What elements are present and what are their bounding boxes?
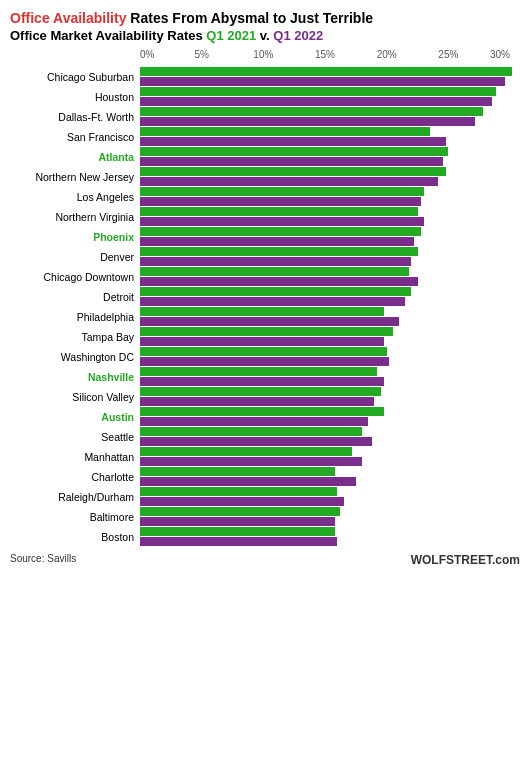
bar-q1-2021 [140, 327, 393, 336]
bar-q1-2021 [140, 167, 446, 176]
bar-q1-2021 [140, 367, 377, 376]
title-red: Office Availability [10, 10, 126, 26]
bar-label: Washington DC [10, 351, 140, 363]
title2-plain: Office Market Availability Rates [10, 28, 206, 43]
title2-q1-2022: Q1 2022 [273, 28, 323, 43]
bar-q1-2022 [140, 97, 492, 106]
bar-q1-2021 [140, 527, 335, 536]
chart-row: Atlanta [10, 147, 520, 166]
bar-pair [140, 167, 520, 186]
brand-label: WOLFSTREET.com [411, 553, 520, 567]
title2-v: v. [256, 28, 273, 43]
x-tick: 10% [253, 49, 273, 60]
bar-q1-2022 [140, 117, 475, 126]
bar-label: Houston [10, 91, 140, 103]
bar-q1-2021 [140, 467, 335, 476]
bar-q1-2022 [140, 457, 362, 466]
bar-label: Nashville [10, 371, 140, 383]
bar-pair [140, 447, 520, 466]
chart-row: Denver [10, 247, 520, 266]
chart-row: Tampa Bay [10, 327, 520, 346]
bar-q1-2021 [140, 487, 337, 496]
chart-row: Boston [10, 527, 520, 546]
bar-pair [140, 427, 520, 446]
bar-pair [140, 127, 520, 146]
chart-row: Philadelphia [10, 307, 520, 326]
bar-label: Northern Virginia [10, 211, 140, 223]
bar-pair [140, 327, 520, 346]
bar-q1-2022 [140, 137, 446, 146]
bar-q1-2022 [140, 477, 356, 486]
bar-pair [140, 367, 520, 386]
bar-pair [140, 527, 520, 546]
bar-label: Silicon Valley [10, 391, 140, 403]
bar-q1-2021 [140, 287, 411, 296]
bar-q1-2021 [140, 307, 384, 316]
bar-label: Philadelphia [10, 311, 140, 323]
bar-q1-2022 [140, 357, 389, 366]
bar-q1-2022 [140, 497, 344, 506]
bar-pair [140, 487, 520, 506]
bar-pair [140, 247, 520, 266]
bar-label: Baltimore [10, 511, 140, 523]
bar-label: Los Angeles [10, 191, 140, 203]
bar-q1-2022 [140, 377, 384, 386]
chart-row: Austin [10, 407, 520, 426]
bar-label: Chicago Downtown [10, 271, 140, 283]
bar-label: Atlanta [10, 151, 140, 163]
x-tick: 20% [377, 49, 397, 60]
chart-row: Raleigh/Durham [10, 487, 520, 506]
x-tick: 0% [140, 49, 154, 60]
bar-label: Boston [10, 531, 140, 543]
chart-area: 0%5%10%15%20%25%30% Chicago SuburbanHous… [10, 49, 520, 547]
chart-row: Silicon Valley [10, 387, 520, 406]
bar-label: Denver [10, 251, 140, 263]
bar-q1-2022 [140, 517, 335, 526]
bar-q1-2022 [140, 537, 337, 546]
chart-row: Chicago Suburban [10, 67, 520, 86]
bar-label: Austin [10, 411, 140, 423]
bar-pair [140, 407, 520, 426]
bar-pair [140, 67, 520, 86]
chart-row: Dallas-Ft. Worth [10, 107, 520, 126]
bar-q1-2021 [140, 227, 421, 236]
chart-row: Nashville [10, 367, 520, 386]
bar-label: Northern New Jersey [10, 171, 140, 183]
bar-q1-2022 [140, 317, 399, 326]
x-tick: 15% [315, 49, 335, 60]
bar-pair [140, 287, 520, 306]
bar-label: Manhattan [10, 451, 140, 463]
chart-title2: Office Market Availability Rates Q1 2021… [10, 28, 520, 43]
chart-row: Washington DC [10, 347, 520, 366]
bar-pair [140, 347, 520, 366]
bar-q1-2021 [140, 387, 381, 396]
bar-label: Seattle [10, 431, 140, 443]
bar-q1-2021 [140, 87, 496, 96]
bars-container: Chicago SuburbanHoustonDallas-Ft. WorthS… [10, 67, 520, 547]
bar-q1-2021 [140, 407, 384, 416]
bar-pair [140, 187, 520, 206]
chart-row: Manhattan [10, 447, 520, 466]
bar-pair [140, 207, 520, 226]
bar-q1-2022 [140, 237, 414, 246]
bar-pair [140, 227, 520, 246]
bar-q1-2022 [140, 277, 418, 286]
bar-pair [140, 387, 520, 406]
x-tick: 5% [194, 49, 208, 60]
bar-label: Tampa Bay [10, 331, 140, 343]
bar-q1-2021 [140, 207, 418, 216]
bar-pair [140, 467, 520, 486]
bar-pair [140, 507, 520, 526]
bar-q1-2022 [140, 77, 505, 86]
bar-q1-2021 [140, 147, 448, 156]
chart-row: Charlotte [10, 467, 520, 486]
bar-q1-2022 [140, 177, 438, 186]
chart-row: Detroit [10, 287, 520, 306]
bar-label: Dallas-Ft. Worth [10, 111, 140, 123]
bar-label: Chicago Suburban [10, 71, 140, 83]
bar-q1-2022 [140, 437, 372, 446]
bar-q1-2021 [140, 507, 340, 516]
bar-pair [140, 307, 520, 326]
bar-pair [140, 147, 520, 166]
bar-label: Charlotte [10, 471, 140, 483]
